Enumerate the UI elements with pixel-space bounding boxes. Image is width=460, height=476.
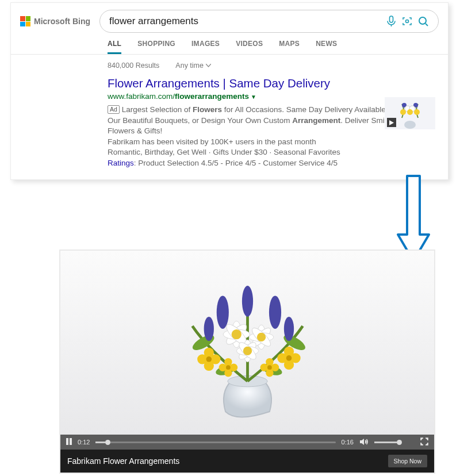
svg-point-31 (256, 333, 265, 341)
svg-point-54 (226, 365, 231, 370)
tab-shopping[interactable]: SHOPPING (137, 40, 175, 54)
tab-maps[interactable]: MAPS (279, 40, 300, 54)
ratings-link[interactable]: Ratings (108, 159, 134, 167)
video-title-bar: Fabrikam Flower Arrangements Shop Now (60, 450, 434, 473)
video-player: 0:12 0:16 Fabrikam Flower Arrangements S… (60, 251, 434, 473)
result-ratings: Ratings: Product Selection 4.5/5 - Price… (108, 158, 436, 169)
svg-point-41 (204, 361, 213, 371)
svg-point-48 (286, 355, 292, 361)
search-tabs: ALL SHOPPING IMAGES VIDEOS MAPS NEWS (11, 37, 448, 54)
svg-point-42 (206, 356, 212, 362)
svg-point-58 (266, 358, 273, 366)
flow-arrow-icon (396, 175, 431, 263)
search-bar[interactable] (99, 10, 439, 33)
svg-point-26 (231, 329, 241, 339)
search-icon[interactable] (415, 16, 431, 27)
visual-search-icon[interactable] (399, 16, 415, 27)
result-sitelinks: Romantic, Birthday, Get Well · Gifts Und… (108, 147, 436, 158)
results-meta: 840,000 Results Any time (11, 55, 448, 75)
search-input[interactable] (109, 16, 383, 27)
svg-rect-62 (70, 438, 72, 445)
result-url-path: flowerarrangements (175, 92, 249, 101)
result-visits: Fabrikam has been visited by 100K+ users… (108, 137, 436, 148)
time-filter[interactable]: Any time (175, 62, 211, 70)
svg-rect-0 (389, 16, 393, 22)
svg-point-19 (241, 286, 252, 317)
svg-point-60 (267, 365, 272, 370)
ad-result: Flower Arrangements | Same Day Delivery … (11, 75, 448, 179)
svg-point-17 (216, 295, 228, 329)
svg-point-9 (400, 109, 406, 115)
search-header: Microsoft Bing (11, 3, 448, 37)
shop-now-button[interactable]: Shop Now (388, 455, 427, 467)
microsoft-tiles-icon (20, 16, 30, 26)
volume-icon[interactable] (359, 438, 369, 447)
volume-slider[interactable] (374, 442, 401, 443)
svg-point-50 (218, 363, 226, 371)
svg-point-18 (269, 295, 281, 329)
video-controls: 0:12 0:16 (60, 435, 434, 450)
search-results-card: Microsoft Bing ALL SHOPPING IMAGES VIDEO… (10, 2, 448, 180)
logo-text: Microsoft Bing (34, 17, 90, 26)
tab-images[interactable]: IMAGES (191, 40, 220, 54)
svg-point-56 (260, 363, 267, 371)
time-duration: 0:16 (342, 439, 354, 446)
video-title: Fabrikam Flower Arrangements (67, 456, 179, 466)
result-title-link[interactable]: Flower Arrangements | Same Day Delivery (108, 76, 330, 90)
progress-knob-icon[interactable] (105, 440, 110, 445)
svg-point-4 (404, 121, 416, 129)
play-overlay-icon (387, 118, 396, 127)
svg-point-47 (283, 360, 293, 370)
svg-point-36 (243, 347, 251, 355)
ad-badge: Ad (108, 105, 120, 114)
svg-point-1 (406, 20, 409, 23)
video-viewport[interactable] (60, 251, 434, 435)
bing-logo[interactable]: Microsoft Bing (20, 16, 90, 26)
chevron-down-icon (206, 64, 211, 67)
svg-point-51 (229, 363, 237, 371)
svg-point-53 (224, 369, 232, 377)
svg-point-57 (271, 363, 278, 371)
svg-point-40 (204, 348, 213, 358)
time-elapsed: 0:12 (78, 439, 90, 446)
svg-point-21 (283, 317, 293, 341)
fullscreen-icon[interactable] (420, 437, 428, 447)
tab-all[interactable]: ALL (108, 40, 121, 54)
progress-bar[interactable] (95, 442, 335, 443)
mic-icon[interactable] (383, 16, 399, 27)
svg-point-59 (266, 369, 273, 377)
tab-videos[interactable]: VIDEOS (236, 40, 263, 54)
results-count: 840,000 Results (108, 62, 159, 70)
svg-point-10 (414, 109, 420, 115)
svg-rect-61 (66, 438, 68, 445)
svg-point-20 (204, 317, 213, 341)
flower-video-frame-icon (117, 260, 378, 425)
tab-news[interactable]: NEWS (316, 40, 337, 54)
result-url-prefix: www.fabrikam.com/ (108, 92, 175, 101)
svg-point-52 (224, 358, 232, 366)
pause-button[interactable] (66, 438, 72, 446)
result-video-thumbnail[interactable] (385, 97, 435, 129)
svg-point-2 (419, 17, 426, 24)
svg-point-46 (283, 347, 293, 356)
chevron-down-icon: ▼ (249, 94, 256, 100)
svg-point-11 (407, 109, 413, 115)
time-filter-label: Any time (175, 62, 204, 70)
